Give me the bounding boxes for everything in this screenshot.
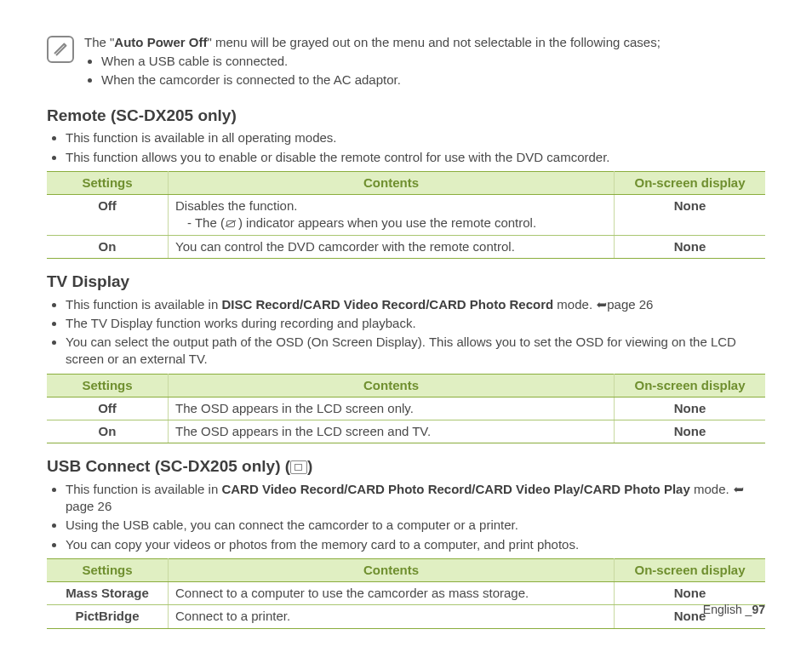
th-settings: Settings [47, 374, 169, 397]
setting-cell: Off [47, 195, 169, 236]
th-settings: Settings [47, 558, 169, 581]
tv-title: TV Display [47, 271, 765, 293]
osd-cell: None [615, 195, 766, 236]
remote-table: Settings Contents On-screen display Off … [47, 171, 765, 259]
contents-cell: You can control the DVD camcorder with t… [169, 235, 615, 258]
note-line1-suffix: " menu will be grayed out on the menu an… [208, 35, 660, 49]
table-row: Off Disables the function. - The () indi… [47, 195, 765, 236]
card-mode-icon [290, 460, 307, 474]
tv-bullets: This function is available in DISC Recor… [47, 296, 765, 369]
contents-cell: The OSD appears in the LCD screen and TV… [169, 420, 615, 443]
setting-cell: On [47, 235, 169, 258]
setting-cell: PictBridge [47, 605, 169, 628]
table-row: On The OSD appears in the LCD screen and… [47, 420, 765, 443]
th-contents: Contents [169, 171, 615, 194]
contents-cell: Disables the function. - The () indicato… [169, 195, 615, 236]
list-item: The TV Display function works during rec… [66, 315, 765, 332]
tv-table: Settings Contents On-screen display Off … [47, 374, 765, 444]
th-osd: On-screen display [615, 374, 766, 397]
osd-cell: None [615, 235, 766, 258]
contents-cell: Connect to a printer. [169, 605, 615, 628]
note-body: The "Auto Power Off" menu will be grayed… [84, 34, 765, 89]
usb-table: Settings Contents On-screen display Mass… [47, 558, 765, 629]
setting-cell: Off [47, 397, 169, 420]
note-line1-bold: Auto Power Off [114, 35, 207, 49]
th-osd: On-screen display [615, 558, 766, 581]
osd-cell: None [615, 420, 766, 443]
table-row: Mass Storage Connect to a computer to us… [47, 582, 765, 605]
list-item: This function allows you to enable or di… [66, 149, 765, 166]
remote-off-icon [225, 219, 238, 229]
contents-line1: Disables the function. [175, 198, 297, 213]
th-contents: Contents [169, 374, 615, 397]
contents-line2: - The () indicator appears when you use … [175, 215, 536, 230]
note-icon [47, 36, 74, 63]
footer-page: 97 [752, 603, 765, 616]
contents-cell: The OSD appears in the LCD screen only. [169, 397, 615, 420]
note-bullet: When the camcorder is connected to the A… [101, 71, 765, 89]
list-item: This function is available in all operat… [66, 129, 765, 146]
setting-cell: On [47, 420, 169, 443]
setting-cell: Mass Storage [47, 582, 169, 605]
th-contents: Contents [169, 558, 615, 581]
osd-cell: None [615, 397, 766, 420]
list-item: You can select the output path of the OS… [66, 334, 765, 369]
footer-lang: English [703, 603, 742, 616]
usb-bullets: This function is available in CARD Video… [47, 481, 765, 553]
auto-power-off-note: The "Auto Power Off" menu will be grayed… [47, 34, 765, 89]
page-ref-arrow-icon: ➥ [596, 296, 607, 313]
note-bullet: When a USB cable is connected. [101, 53, 765, 70]
usb-title: USB Connect (SC-DX205 only) () [47, 455, 765, 478]
contents-cell: Connect to a computer to use the camcord… [169, 582, 615, 605]
list-item: This function is available in CARD Video… [66, 481, 765, 516]
table-row: On You can control the DVD camcorder wit… [47, 235, 765, 258]
page-ref-arrow-icon: ➥ [733, 481, 744, 498]
remote-title: Remote (SC-DX205 only) [47, 105, 765, 127]
th-settings: Settings [47, 171, 169, 194]
page-footer: English _97 [703, 602, 765, 618]
list-item: This function is available in DISC Recor… [66, 296, 765, 313]
remote-bullets: This function is available in all operat… [47, 129, 765, 166]
th-osd: On-screen display [615, 171, 766, 194]
list-item: Using the USB cable, you can connect the… [66, 517, 765, 534]
table-row: PictBridge Connect to a printer. None [47, 605, 765, 628]
list-item: You can copy your videos or photos from … [66, 536, 765, 553]
note-line1-prefix: The " [84, 35, 114, 49]
table-row: Off The OSD appears in the LCD screen on… [47, 397, 765, 420]
